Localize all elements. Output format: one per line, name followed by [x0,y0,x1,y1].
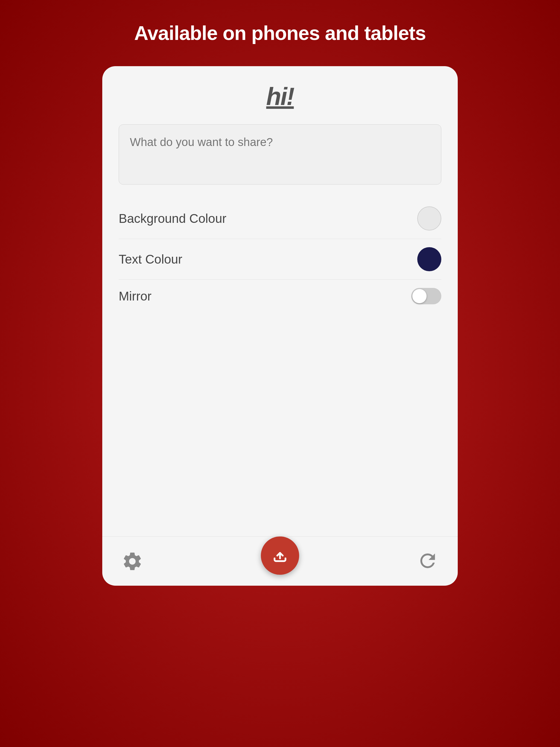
mirror-row: Mirror [119,280,441,312]
mirror-label: Mirror [119,289,152,304]
refresh-button[interactable] [417,550,439,573]
upload-button[interactable] [261,537,299,575]
bottom-bar [102,537,458,586]
text-colour-label: Text Colour [119,252,182,266]
toggle-thumb [412,289,427,303]
background-colour-row: Background Colour [119,198,441,239]
background-colour-label: Background Colour [119,211,226,226]
share-input[interactable] [119,124,441,185]
toggle-track [411,288,441,304]
main-card: hi! Background Colour Text Colour Mirror [102,66,458,586]
upload-icon [272,547,288,564]
app-logo: hi! [266,83,294,111]
page-header: Available on phones and tablets [134,22,426,44]
page-title: Available on phones and tablets [134,22,426,44]
mirror-toggle[interactable] [411,288,441,304]
settings-section: Background Colour Text Colour Mirror [119,198,441,312]
text-colour-picker[interactable] [417,247,441,271]
background-colour-picker[interactable] [417,206,441,231]
gear-icon [121,550,143,572]
settings-button[interactable] [121,550,143,572]
text-colour-row: Text Colour [119,239,441,280]
refresh-icon [417,550,439,572]
